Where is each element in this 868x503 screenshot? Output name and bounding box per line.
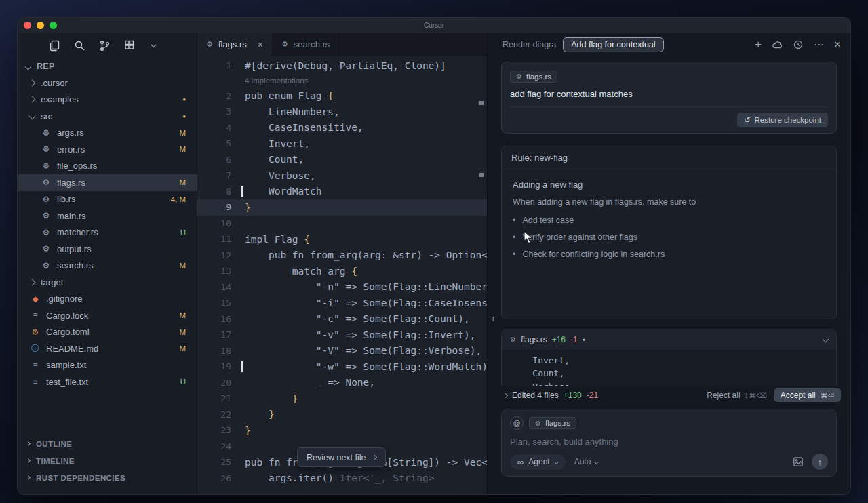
overview-ruler-mark [479,101,484,105]
tree-item-src[interactable]: src● [18,108,197,125]
rust-file-icon: ⚙ [41,162,52,170]
cloud-icon[interactable] [772,39,783,50]
add-context-button[interactable]: @ [510,416,524,430]
tree-item-output.rs[interactable]: ⚙output.rs [18,241,197,258]
section-rust-dependencies[interactable]: RUST DEPENDENCIES [18,469,197,486]
chat-tab-previous[interactable]: Render diagra [502,40,556,49]
diff-card-header[interactable]: ⚙ flags.rs +16 -1 ● [502,329,836,350]
tree-item-search.rs[interactable]: ⚙search.rsM [18,258,197,275]
line-number: 21 [197,393,245,403]
editor-tab-search.rs[interactable]: ⚙search.rs [273,33,339,56]
line-number: 10 [197,218,245,228]
new-chat-icon[interactable]: + [755,39,762,50]
code-line-21[interactable]: 21 } [197,390,487,407]
lock-file-icon: ≡ [30,311,41,319]
code-line-7[interactable]: 7 Verbose, [197,167,487,184]
code-line-11[interactable]: 11impl Flag { [197,231,487,247]
line-number: 25 [197,457,245,467]
search-icon[interactable] [74,40,85,52]
tree-item-file_ops.rs[interactable]: ⚙file_ops.rs [18,158,197,175]
close-window-button[interactable] [24,22,31,29]
close-tab-icon[interactable]: × [258,40,263,49]
tree-item-.cursor[interactable]: .cursor [18,75,197,92]
edited-files-label[interactable]: Edited 4 files [512,390,559,400]
chat-tab-active[interactable]: Add flag for contextual [563,37,663,52]
explorer-root-folder[interactable]: REP [18,58,197,75]
attach-image-icon[interactable] [793,456,804,467]
model-selector[interactable]: Auto [574,457,599,466]
minimize-window-button[interactable] [37,22,44,29]
context-file-chip[interactable]: ⚙ flags.rs [529,417,576,429]
line-number: 2 [197,91,245,101]
code-line-14[interactable]: 14 "-n" => Some(Flag::LineNumbers), [197,279,487,296]
tree-item-Cargo.toml[interactable]: ⚙Cargo.tomlM [18,324,197,341]
code-line-5[interactable]: 5 Invert, [197,136,487,152]
overview-ruler-mark [479,173,484,177]
restore-checkpoint-button[interactable]: ↺ Restore checkpoint [737,113,828,127]
tree-item-args.rs[interactable]: ⚙args.rsM [18,125,197,142]
editor-tab-flags.rs[interactable]: ⚙flags.rs× [197,33,273,56]
chevron-down-icon[interactable] [149,41,158,50]
code-line-13[interactable]: 13 match arg { [197,263,487,279]
rule-bullet-list: •Add test case•Verify order against othe… [513,216,825,259]
code-line-26[interactable]: 26 args.iter() Iter<'_, String> [197,470,487,487]
extensions-icon[interactable] [124,40,136,52]
tree-item-main.rs[interactable]: ⚙main.rs [18,207,197,224]
code-line-4[interactable]: 4 CaseInsensitive, [197,120,487,136]
zoom-window-button[interactable] [50,22,57,29]
accept-all-button[interactable]: Accept all ⌘⏎ [774,388,841,402]
code-line-12[interactable]: 12 pub fn from_arg(arg: &str) -> Option<… [197,247,487,264]
chevron-right-icon[interactable] [503,393,508,397]
review-next-file-button[interactable]: Review next file [297,447,386,467]
tree-item-matcher.rs[interactable]: ⚙matcher.rsU [18,224,197,241]
composer-input[interactable]: Plan, search, build anything [510,437,828,454]
code-line-10[interactable]: 10 [197,216,487,232]
code-line-2[interactable]: 2pub enum Flag { [197,88,487,104]
copy-pages-icon[interactable] [49,40,60,52]
diff-removed-count: -1 [570,335,578,344]
agent-mode-selector[interactable]: ∞ Agent [510,454,566,470]
rust-file-icon: ⚙ [41,178,52,186]
tree-item-test_file.txt[interactable]: ≡test_file.txtU [18,374,197,390]
code-line-22[interactable]: 22 } [197,407,487,423]
tree-item-flags.rs[interactable]: ⚙flags.rsM [18,174,197,191]
history-icon[interactable] [793,39,804,50]
code-line-8[interactable]: 8 WordMatch [197,184,487,200]
code-line-16[interactable]: 16 "-c" => Some(Flag::Count), [197,311,487,327]
send-button[interactable]: ↑ [812,454,828,470]
tree-item-README.md[interactable]: ⓘREADME.mdM [18,340,197,357]
code-line-19[interactable]: 19 "-w" => Some(Flag::WordMatch), [197,359,487,375]
tree-item-error.rs[interactable]: ⚙error.rsM [18,141,197,158]
chevron-down-icon[interactable] [823,336,829,343]
chevron-down-icon [594,459,599,464]
code-line-9[interactable]: 9} [197,199,487,216]
section-timeline[interactable]: TIMELINE [18,452,197,469]
file-chip[interactable]: ⚙ flags.rs [510,71,557,83]
section-outline[interactable]: OUTLINE [18,435,197,452]
close-panel-icon[interactable]: × [834,39,841,50]
code-editor[interactable]: 1#[derive(Debug, PartialEq, Clone)]4 imp… [197,56,487,494]
tree-item-.gitignore[interactable]: ◆.gitignore [18,291,197,308]
chat-composer[interactable]: @ ⚙ flags.rs Plan, search, build anythin… [501,409,837,477]
panel-resize-plus-icon[interactable]: + [490,313,496,324]
reject-all-button[interactable]: Reject all ⇧⌘⌫ [707,390,766,400]
codelens[interactable]: 4 implementations [197,74,487,88]
code-line-17[interactable]: 17 "-v" => Some(Flag::Invert), [197,327,487,343]
tree-item-Cargo.lock[interactable]: ≡Cargo.lockM [18,307,197,324]
code-line-18[interactable]: 18 "-V" => Some(Flag::Verbose), [197,343,487,359]
code-line-3[interactable]: 3 LineNumbers, [197,104,487,120]
line-number: 22 [197,409,245,420]
code-line-20[interactable]: 20 _ => None, [197,375,487,391]
tree-item-examples[interactable]: examples● [18,92,197,108]
code-line-15[interactable]: 15 "-i" => Some(Flag::CaseInsensitive), [197,295,487,311]
line-number: 9 [197,202,245,212]
tree-item-target[interactable]: target [18,274,197,291]
more-icon[interactable]: ⋯ [814,39,824,49]
code-line-23[interactable]: 23} [197,422,487,439]
code-text: } [245,425,251,436]
tree-item-lib.rs[interactable]: ⚙lib.rs4, M [18,191,197,208]
tree-item-sample.txt[interactable]: ≡sample.txt [18,357,197,374]
code-line-1[interactable]: 1#[derive(Debug, PartialEq, Clone)] [197,58,487,74]
source-control-icon[interactable] [99,40,111,52]
code-line-6[interactable]: 6 Count, [197,152,487,168]
